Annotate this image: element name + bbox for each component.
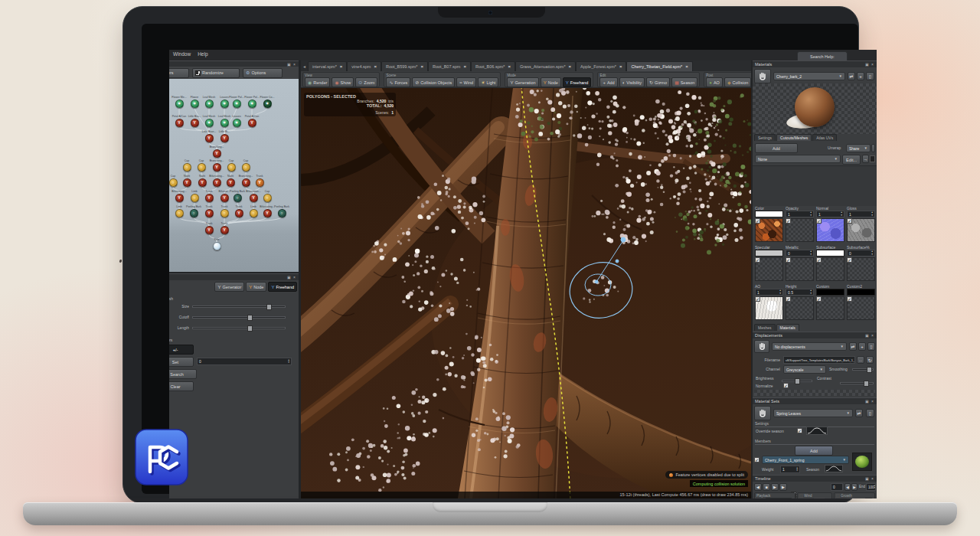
spinner-icons[interactable]: ▴▾ (871, 211, 873, 216)
menu-window[interactable]: Window (173, 51, 191, 57)
sync-set-button[interactable]: ⇄ (855, 409, 863, 417)
prop-tab-generator[interactable]: YGenerator (214, 282, 244, 292)
add-cutout-button[interactable]: Add (755, 143, 798, 153)
tab-close-icon[interactable]: × (374, 64, 377, 69)
end-input[interactable]: 100▴▾ (866, 483, 876, 491)
cutout-swatch[interactable] (870, 155, 875, 162)
menu-help[interactable]: Help (198, 51, 207, 57)
spinner-icons[interactable]: ▴▾ (288, 359, 289, 364)
wind-checkbox[interactable] (799, 494, 803, 498)
spinner-icons[interactable]: ▴▾ (874, 485, 876, 489)
generator-node[interactable]: ○ (190, 209, 198, 217)
growth-checkbox[interactable] (836, 494, 840, 498)
generator-node[interactable]: ○ (278, 209, 286, 217)
map-value-input[interactable]: 1▴▾ (786, 211, 814, 217)
generator-node[interactable]: Y (205, 134, 214, 142)
generator-node[interactable]: ○ (242, 163, 250, 172)
panel-window-icons[interactable]: ▣ × (865, 476, 874, 481)
toolbar-button-zoom[interactable]: ⊙Zoom (355, 77, 377, 87)
generators-clipped-button[interactable]: Generators (169, 68, 189, 78)
season-curve-thumbnail[interactable] (806, 427, 828, 435)
generator-node[interactable]: Y (220, 134, 229, 142)
slider-handle[interactable] (247, 325, 253, 332)
panel-window-icons[interactable]: ▣ × (287, 275, 296, 279)
normalize-checkbox[interactable]: ✓ (783, 383, 789, 388)
generator-node[interactable]: Y (242, 178, 250, 187)
map-color-swatch[interactable] (847, 289, 875, 296)
toolbar-button-season[interactable]: ▦Season (671, 77, 697, 87)
set-value-input[interactable]: 0 ▴▾ (197, 358, 292, 365)
map-enabled-checkbox[interactable]: ✓ (816, 296, 822, 302)
material-set-hand-button[interactable] (754, 406, 771, 420)
map-enabled-checkbox[interactable]: ✓ (755, 218, 760, 224)
toolbar-button-wind[interactable]: ≈Wind (456, 77, 476, 87)
generator-node[interactable]: Y (175, 119, 184, 127)
add-material-button[interactable]: + (857, 72, 864, 80)
generator-node[interactable]: Y (248, 119, 256, 127)
smoothing-slider[interactable] (852, 368, 874, 371)
sec-button[interactable]: sec (864, 498, 873, 498)
slider-handle[interactable] (795, 378, 800, 384)
generator-node[interactable]: Y (227, 178, 235, 187)
generator-node[interactable]: ✶ (220, 119, 229, 127)
generator-node[interactable]: Y (191, 119, 199, 127)
generator-node[interactable]: ○ (191, 194, 199, 202)
document-tab[interactable]: Root_B07.spm× (428, 61, 471, 71)
spin-down-icon[interactable]: ▾ (871, 253, 873, 256)
stop-button[interactable]: ■ (763, 483, 770, 491)
tab-close-icon[interactable]: × (421, 64, 424, 69)
document-tab[interactable]: Root_B06.spm*× (471, 61, 515, 71)
panel-window-icons[interactable]: ▣ × (865, 62, 874, 67)
slider-handle[interactable] (247, 315, 253, 321)
map-value-input[interactable]: 0▴▾ (786, 250, 814, 257)
member-checkbox[interactable]: ✓ (754, 457, 760, 462)
delete-material-button[interactable]: ▯ (866, 72, 874, 80)
brightness-slider[interactable] (782, 380, 812, 382)
map-value-input[interactable]: 1▴▾ (847, 211, 875, 217)
spin-down-icon[interactable]: ▾ (871, 214, 873, 217)
map-color-swatch[interactable] (755, 250, 783, 257)
map-value-input[interactable]: 1▴▾ (755, 289, 783, 296)
slider-handle[interactable] (266, 304, 272, 310)
generator-node[interactable]: ✶ (233, 100, 241, 108)
generator-node[interactable]: ✶ (191, 100, 199, 108)
override-season-checkbox[interactable]: ✓ (797, 428, 802, 433)
toolbar-button-ao[interactable]: ●AO (706, 77, 723, 87)
length-slider[interactable] (192, 327, 286, 329)
generator-node[interactable]: ✶ (175, 100, 184, 108)
cutoff-slider[interactable] (192, 316, 286, 319)
material-subtab-settings[interactable]: Settings (754, 134, 776, 141)
map-enabled-checkbox[interactable]: ✓ (786, 296, 791, 302)
delete-displacement-button[interactable]: ▯ (867, 342, 875, 351)
document-tab[interactable]: Root_B599.spm*× (381, 61, 428, 71)
generator-node[interactable]: ○ (198, 163, 206, 172)
material-hand-button[interactable] (754, 69, 771, 83)
generator-node[interactable]: Y (250, 194, 258, 202)
tab-close-icon[interactable]: × (619, 64, 622, 69)
search-help-box[interactable]: Search Help: (797, 51, 848, 60)
browse-button[interactable]: ... (857, 356, 864, 364)
contrast-slider[interactable] (840, 382, 874, 384)
slider-handle[interactable] (864, 381, 869, 387)
add-member-button[interactable]: Add (795, 446, 833, 456)
generator-node[interactable]: Y (205, 194, 214, 202)
displacement-hand-button[interactable] (754, 340, 769, 353)
spinner-icons[interactable]: ▴▾ (810, 250, 812, 255)
spinner-icons[interactable]: ▴▾ (810, 211, 812, 216)
panel-window-icons[interactable]: ▣ × (287, 62, 296, 67)
generator-node[interactable]: ✶ (233, 119, 241, 127)
panel-window-icons[interactable]: ▣ × (865, 333, 874, 338)
toolbar-button-forces[interactable]: ∿Forces (386, 77, 410, 87)
document-tab[interactable]: Grass_Attenuation.spm*× (515, 61, 576, 71)
generator-node[interactable]: ○ (169, 178, 178, 187)
spin-down-icon[interactable]: ▾ (810, 253, 812, 256)
material-subtab-cutouts-meshes[interactable]: Cutouts/Meshes (776, 134, 812, 141)
toolbar-button-generation[interactable]: YGeneration (507, 77, 538, 87)
generator-node[interactable]: Y (213, 163, 221, 172)
toolbar-button-light[interactable]: ☀Light (478, 77, 498, 87)
tab-close-icon[interactable]: × (508, 64, 511, 69)
map-enabled-checkbox[interactable]: ✓ (847, 257, 852, 263)
panel-window-icons[interactable]: ▣ × (865, 399, 874, 404)
tab-close-icon[interactable]: × (463, 64, 466, 69)
generator-node[interactable]: Y (205, 226, 214, 234)
